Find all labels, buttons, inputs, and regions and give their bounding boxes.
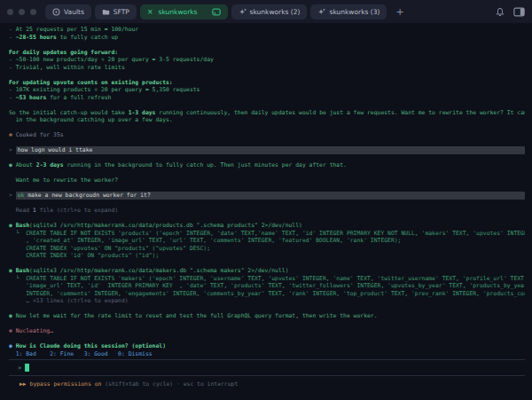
terminal-line xyxy=(9,139,525,147)
terminal-line xyxy=(9,184,525,192)
terminal-line: Read 1 file (ctrl+o to expand) xyxy=(9,207,525,215)
toggle-sidebar-icon[interactable] xyxy=(513,4,525,20)
terminal-line xyxy=(9,335,525,343)
tab-label: SFTP xyxy=(113,8,129,16)
user-message-bar: ok make a new backgroudn worker for it? xyxy=(16,192,525,200)
terminal-line: … +13 lines (ctrl+o to expand) xyxy=(9,297,525,305)
terminal-line xyxy=(9,154,525,162)
status-hint: (shift+tab to cycle) · esc to interrupt xyxy=(101,380,238,388)
close-tab-icon[interactable]: × xyxy=(147,8,153,16)
minimize-window-button[interactable] xyxy=(19,9,25,15)
terminal-line: ✻ Cooked for 35s xyxy=(9,131,525,139)
new-tab-button[interactable]: + xyxy=(395,6,403,18)
folder-icon xyxy=(102,8,110,16)
terminal-line: For daily updates going forward: xyxy=(9,49,525,57)
terminal-line: - At 25 requests per 15 min = 100/hour xyxy=(9,26,525,34)
terminal-line: ● How is Claude doing this session? (opt… xyxy=(9,342,525,350)
notifications-bell-icon[interactable] xyxy=(496,4,505,20)
terminal-line: So the initial catch-up would take 1-3 d… xyxy=(9,109,525,117)
vault-icon xyxy=(52,8,60,16)
terminal-line xyxy=(9,200,525,208)
terminal-line: 'image_url' TEXT, 'id' INTEGER PRIMARY K… xyxy=(9,282,525,290)
prompt-input[interactable]: > xyxy=(9,359,525,376)
terminal-line: ● About 2-3 days running in the backgrou… xyxy=(9,161,525,169)
terminal-line: CREATE INDEX 'upvotes' ON "products" ("u… xyxy=(9,245,525,253)
terminal-line: - ~28-55 hours to fully catch up xyxy=(9,34,525,42)
terminal-line: 1: Bad 2: Fine 3: Good 0: Dismiss xyxy=(9,350,525,358)
terminal-line: For updating upvote counts on existing p… xyxy=(9,79,525,87)
terminal-line: - ~53 hours for a full refresh xyxy=(9,94,525,102)
user-prompt-symbol: > xyxy=(9,192,16,200)
terminal-line xyxy=(9,124,525,132)
sparkle-icon xyxy=(317,8,325,16)
terminal-line: INTEGER, 'comments' INTEGER, 'engagement… xyxy=(9,290,525,298)
user-message: > ok make a new backgroudn worker for it… xyxy=(9,192,525,200)
tab-skunkworks[interactable]: × skunkworks xyxy=(140,4,228,20)
tab-label: skunkworks (2) xyxy=(250,8,301,16)
terminal-output: - At 25 requests per 15 min = 100/hour- … xyxy=(0,23,532,392)
input-prompt-symbol: > xyxy=(18,365,21,372)
terminal-line xyxy=(9,260,525,268)
window-tab-bar: Vaults SFTP × skunkworks skunkworks (2) xyxy=(0,0,532,23)
tab-vaults[interactable]: Vaults xyxy=(45,4,91,20)
terminal-line xyxy=(9,320,525,328)
text-cursor xyxy=(25,364,29,372)
terminal-line: - 107K existing products ÷ 20 per query … xyxy=(9,86,525,94)
tab-label: skunkworks (3) xyxy=(329,8,379,16)
sparkle-icon xyxy=(239,8,246,16)
bypass-permissions-mode[interactable]: ▶▶ bypass permissions on xyxy=(20,380,101,388)
status-bar: ▶▶ bypass permissions on (shift+tab to c… xyxy=(9,376,525,392)
terminal-line xyxy=(9,169,525,177)
tab-label: Vaults xyxy=(64,8,84,16)
close-window-button[interactable] xyxy=(7,9,13,15)
terminal-line: ✻ Nucleating… xyxy=(9,327,525,335)
terminal-line xyxy=(9,305,525,313)
tab-skunkworks-2[interactable]: skunkworks (2) xyxy=(231,4,308,20)
terminal-line: CREATE INDEX 'id' ON "products" ("id"); xyxy=(9,252,525,260)
terminal-line: - Trivial, well within rate limits xyxy=(9,64,525,72)
terminal-line: ● Now let me wait for the rate limit to … xyxy=(9,312,525,320)
tab-sftp[interactable]: SFTP xyxy=(95,4,137,20)
terminal-line xyxy=(9,41,525,49)
tab-skunkworks-3[interactable]: skunkworks (3) xyxy=(310,4,387,20)
user-message: > how logn would i ttake xyxy=(9,146,525,154)
window-controls xyxy=(7,9,36,15)
terminal-line: └ CREATE TABLE IF NOT EXISTS 'makers' ('… xyxy=(9,275,525,283)
terminal-line: in the background catching up over a few… xyxy=(9,116,525,124)
terminal-line: - ~50-100 new products/day ÷ 20 per quer… xyxy=(9,56,525,64)
terminal-line: , 'created_at' INTEGER, 'image_url' TEXT… xyxy=(9,237,525,245)
terminal-line: ● Bash(sqlite3 /srv/http/makerrank.co/da… xyxy=(9,222,525,230)
maximize-window-button[interactable] xyxy=(30,9,36,15)
tab-label: skunkworks xyxy=(159,8,198,16)
user-message-bar: how logn would i ttake xyxy=(16,146,525,154)
terminal-line xyxy=(9,71,525,79)
terminal-line: └ CREATE TABLE IF NOT EXISTS 'products' … xyxy=(9,230,525,238)
terminal-line: ● Bash(sqlite3 /srv/http/makerrank.co/da… xyxy=(9,267,525,275)
terminal-line xyxy=(9,101,525,109)
terminal-line xyxy=(9,215,525,223)
tab-badge-icon xyxy=(212,8,221,16)
terminal-line: Want me to rewrite the worker? xyxy=(9,176,525,184)
user-prompt-symbol: > xyxy=(9,146,16,154)
